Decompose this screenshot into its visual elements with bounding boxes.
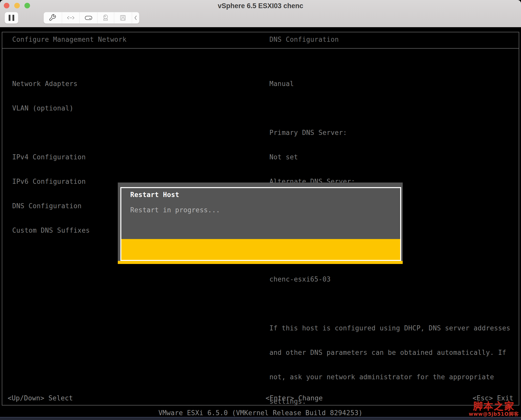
menu-item-ipv6: IPv6 Configuration xyxy=(12,177,90,186)
hint-enter-change: <Enter> Change xyxy=(266,394,323,402)
dialog-message: Restart in progress... xyxy=(130,206,220,214)
dhcp-info-text: and other DNS parameters can be obtained… xyxy=(269,348,510,357)
pause-vm-button[interactable] xyxy=(5,12,18,24)
collapse-toolbar-button[interactable] xyxy=(132,12,139,23)
panel-title: DNS Configuration xyxy=(269,35,339,44)
hard-disk-button[interactable] xyxy=(79,12,97,23)
window-bottom-edge xyxy=(0,417,521,420)
restart-host-dialog: Restart Host Restart in progress... xyxy=(118,183,403,264)
camera-button[interactable] xyxy=(97,12,114,23)
dhcp-info-text: not, ask your network administrator for … xyxy=(269,373,510,381)
menu-item-vlan: VLAN (optional) xyxy=(12,104,90,112)
dialog-border: Restart Host Restart in progress... xyxy=(120,187,401,261)
window-title: vSphere 6.5 ESXI03 chenc xyxy=(0,2,521,10)
watermark-brand: 脚本之家 xyxy=(469,401,519,411)
pause-icon xyxy=(12,15,14,21)
vm-console-window: vSphere 6.5 ESXI03 chenc xyxy=(0,0,521,420)
wrench-icon xyxy=(49,14,57,22)
menu-item-ipv4: IPv4 Configuration xyxy=(12,153,90,161)
menu-spacer xyxy=(12,129,90,137)
site-watermark: 脚本之家 www@5jb51O脚客 xyxy=(469,401,519,416)
device-toolbar xyxy=(44,12,139,24)
progress-bar-overflow xyxy=(118,261,403,264)
dns-mode-value: Manual xyxy=(269,80,510,88)
network-menu: Network Adapters VLAN (optional) IPv4 Co… xyxy=(12,63,90,251)
esxi-version-footer: VMware ESXi 6.5.0 (VMKernel Release Buil… xyxy=(0,409,521,417)
hard-disk-icon xyxy=(84,14,93,22)
network-adapter-button[interactable] xyxy=(62,12,80,23)
settings-button[interactable] xyxy=(44,12,62,23)
page-title: Configure Management Network xyxy=(12,35,127,44)
restart-progress-bar xyxy=(121,239,400,260)
menu-item-dns: DNS Configuration xyxy=(12,202,90,210)
hint-updown-select: <Up/Down> Select xyxy=(8,394,73,402)
dialog-title: Restart Host xyxy=(130,191,179,199)
pause-icon xyxy=(9,15,10,21)
snapshot-save-button[interactable] xyxy=(114,12,132,23)
collapse-chevron-icon xyxy=(134,14,137,21)
window-titlebar: vSphere 6.5 ESXI03 chenc xyxy=(0,0,521,27)
hostname-value: chenc-esxi65-03 xyxy=(269,275,510,283)
menu-item-custom-dns-suffixes: Custom DNS Suffixes xyxy=(12,226,90,234)
menu-item-network-adapters: Network Adapters xyxy=(12,80,90,88)
camera-icon xyxy=(102,14,110,22)
header-divider xyxy=(2,48,519,49)
dhcp-info-text: If this host is configured using DHCP, D… xyxy=(269,324,510,332)
watermark-url: www@5jb51O脚客 xyxy=(469,412,519,416)
floppy-save-icon xyxy=(119,14,127,22)
primary-dns-value: Not set xyxy=(269,153,510,161)
primary-dns-label: Primary DNS Server: xyxy=(269,129,510,137)
network-adapter-icon xyxy=(66,14,75,21)
